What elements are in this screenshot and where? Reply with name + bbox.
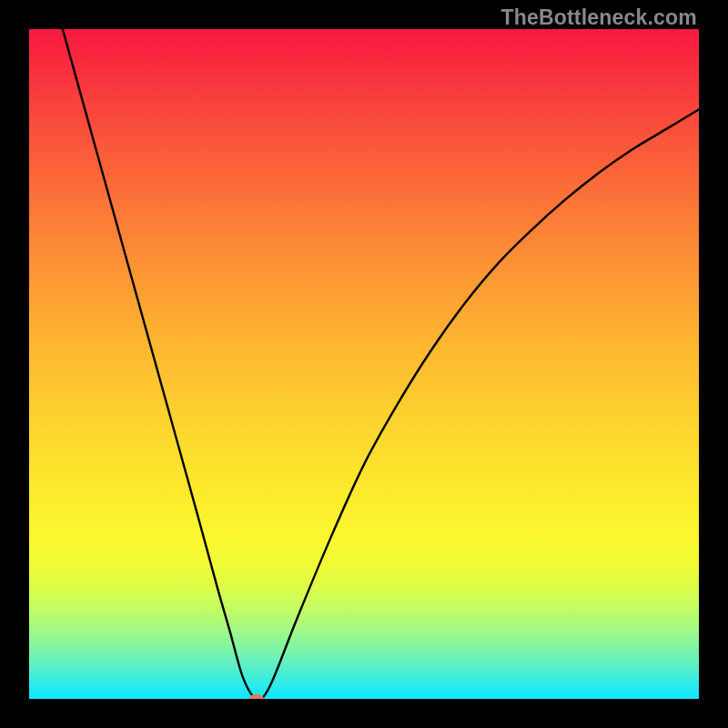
- chart-frame: TheBottleneck.com: [0, 0, 728, 728]
- watermark-text: TheBottleneck.com: [500, 5, 697, 30]
- plot-area: [29, 29, 699, 699]
- bottleneck-curve: [29, 29, 699, 699]
- minimum-marker: [249, 694, 264, 700]
